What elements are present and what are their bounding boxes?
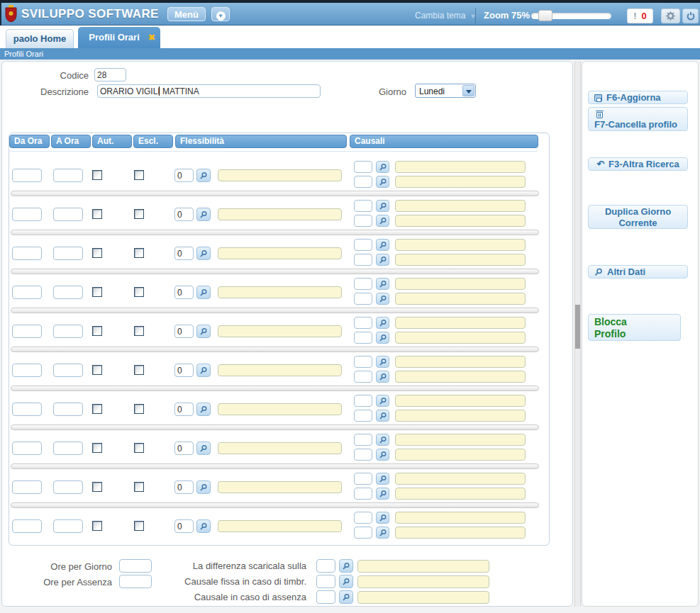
flessibilita-search-button[interactable] — [196, 403, 211, 416]
flessibilita-search-button[interactable] — [196, 480, 211, 494]
causale2-code-input[interactable] — [354, 176, 372, 188]
causale1-desc-input[interactable] — [395, 239, 526, 251]
causale1-code-input[interactable] — [354, 200, 372, 212]
flessibilita-desc-input[interactable] — [218, 364, 342, 376]
f3-altra-ricerca-button[interactable]: ↶F3-Altra Ricerca — [588, 157, 688, 171]
footer-causale-code-input[interactable] — [316, 590, 335, 604]
a-ora-input[interactable] — [53, 325, 83, 338]
causale2-desc-input[interactable] — [395, 527, 526, 539]
da-ora-input[interactable] — [12, 403, 42, 416]
flessibilita-search-button[interactable] — [196, 169, 211, 182]
escl-checkbox[interactable] — [134, 170, 144, 180]
da-ora-input[interactable] — [12, 286, 42, 299]
causale2-desc-input[interactable] — [395, 371, 526, 383]
dropdown-arrow-icon[interactable] — [462, 85, 474, 96]
flessibilita-search-button[interactable] — [196, 286, 211, 299]
f6-aggiorna-button[interactable]: F6-Aggiorna — [588, 91, 688, 104]
aut-checkbox[interactable] — [92, 404, 102, 414]
causale2-code-input[interactable] — [354, 449, 372, 461]
causale1-desc-input[interactable] — [395, 278, 526, 290]
footer-causale-code-input[interactable] — [316, 575, 335, 588]
aut-checkbox[interactable] — [92, 326, 102, 336]
aut-checkbox[interactable] — [92, 521, 102, 531]
flessibilita-search-button[interactable] — [196, 247, 211, 260]
descrizione-input[interactable] — [97, 84, 321, 98]
footer-causale-code-input[interactable] — [316, 559, 335, 573]
causale1-code-input[interactable] — [354, 512, 372, 524]
causale2-desc-input[interactable] — [395, 215, 526, 227]
escl-checkbox[interactable] — [134, 287, 144, 297]
causale2-desc-input[interactable] — [395, 410, 526, 422]
tab-paolo-home[interactable]: paolo Home — [6, 29, 74, 48]
a-ora-input[interactable] — [53, 364, 83, 377]
causale2-desc-input[interactable] — [395, 449, 526, 461]
flessibilita-desc-input[interactable] — [218, 169, 342, 181]
flessibilita-desc-input[interactable] — [218, 481, 342, 493]
flessibilita-desc-input[interactable] — [218, 286, 342, 298]
causale1-search-button[interactable] — [376, 395, 389, 407]
flessibilita-input[interactable] — [174, 480, 194, 494]
flessibilita-input[interactable] — [174, 208, 194, 221]
aut-checkbox[interactable] — [92, 209, 102, 219]
aut-checkbox[interactable] — [92, 170, 102, 180]
tab-profili-orari[interactable]: Profili Orari✖ — [78, 27, 160, 48]
causale2-desc-input[interactable] — [395, 488, 526, 500]
da-ora-input[interactable] — [12, 208, 42, 221]
causale2-search-button[interactable] — [376, 254, 389, 266]
da-ora-input[interactable] — [12, 169, 42, 182]
causale1-desc-input[interactable] — [395, 200, 526, 212]
flessibilita-desc-input[interactable] — [218, 325, 342, 337]
escl-checkbox[interactable] — [134, 404, 144, 414]
footer-causale-search-button[interactable] — [339, 575, 353, 588]
causale1-code-input[interactable] — [354, 395, 372, 407]
causale2-search-button[interactable] — [376, 293, 389, 305]
causale1-search-button[interactable] — [376, 278, 389, 290]
duplica-giorno-corrente-button[interactable]: Duplica Giorno Corrente — [588, 205, 688, 229]
causale1-code-input[interactable] — [354, 356, 372, 368]
da-ora-input[interactable] — [12, 480, 42, 494]
causale2-search-button[interactable] — [376, 332, 389, 344]
causale2-search-button[interactable] — [376, 527, 389, 539]
flessibilita-input[interactable] — [174, 403, 194, 416]
causale1-search-button[interactable] — [376, 239, 389, 251]
footer-causale-desc-input[interactable] — [357, 591, 489, 604]
causale2-search-button[interactable] — [376, 215, 389, 227]
causale1-search-button[interactable] — [376, 356, 389, 368]
close-tab-icon[interactable]: ✖ — [148, 27, 155, 48]
aut-checkbox[interactable] — [92, 443, 102, 453]
a-ora-input[interactable] — [53, 208, 83, 221]
flessibilita-input[interactable] — [174, 364, 194, 377]
escl-checkbox[interactable] — [134, 482, 144, 492]
codice-input[interactable] — [94, 68, 126, 81]
flessibilita-search-button[interactable] — [196, 364, 211, 377]
causale2-desc-input[interactable] — [395, 254, 526, 266]
causale1-search-button[interactable] — [376, 434, 389, 446]
flessibilita-search-button[interactable] — [196, 442, 211, 455]
escl-checkbox[interactable] — [134, 443, 144, 453]
zoom-slider[interactable] — [531, 13, 611, 19]
causale1-desc-input[interactable] — [395, 395, 526, 407]
causale1-code-input[interactable] — [354, 278, 372, 290]
causale1-search-button[interactable] — [376, 473, 389, 485]
f7-cancella-profilo-button[interactable]: F7-Cancella profilo — [588, 107, 688, 131]
flessibilita-desc-input[interactable] — [218, 520, 342, 532]
causale1-desc-input[interactable] — [395, 356, 526, 368]
causale1-search-button[interactable] — [376, 161, 389, 173]
zoom-slider-handle[interactable] — [538, 10, 552, 21]
logout-button[interactable] — [682, 9, 699, 23]
a-ora-input[interactable] — [53, 442, 83, 455]
a-ora-input[interactable] — [53, 480, 83, 494]
a-ora-input[interactable] — [53, 169, 83, 182]
giorno-select[interactable]: Lunedi — [415, 84, 476, 98]
flessibilita-input[interactable] — [174, 325, 194, 338]
escl-checkbox[interactable] — [134, 209, 144, 219]
a-ora-input[interactable] — [53, 247, 83, 260]
flessibilita-input[interactable] — [174, 247, 194, 260]
causale1-desc-input[interactable] — [395, 473, 526, 485]
escl-checkbox[interactable] — [134, 521, 144, 531]
alerts-button[interactable]: !0 — [627, 9, 653, 23]
causale1-search-button[interactable] — [376, 200, 389, 212]
da-ora-input[interactable] — [12, 364, 42, 377]
footer-causale-search-button[interactable] — [339, 559, 353, 573]
causale1-desc-input[interactable] — [395, 512, 526, 524]
